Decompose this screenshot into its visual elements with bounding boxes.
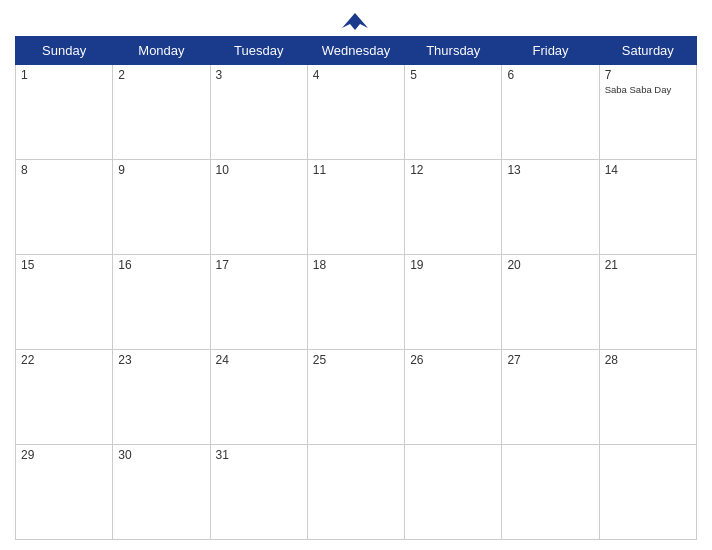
day-number: 11: [313, 163, 399, 177]
day-number: 24: [216, 353, 302, 367]
day-number: 25: [313, 353, 399, 367]
calendar-cell: 1: [16, 65, 113, 160]
calendar-cell: 29: [16, 445, 113, 540]
day-number: 26: [410, 353, 496, 367]
day-number: 19: [410, 258, 496, 272]
day-number: 21: [605, 258, 691, 272]
calendar-cell: 15: [16, 255, 113, 350]
calendar-cell: 22: [16, 350, 113, 445]
logo: [340, 10, 373, 32]
logo-bird-icon: [340, 10, 370, 32]
day-number: 4: [313, 68, 399, 82]
day-number: 18: [313, 258, 399, 272]
day-number: 20: [507, 258, 593, 272]
day-number: 12: [410, 163, 496, 177]
calendar-cell: 25: [307, 350, 404, 445]
day-number: 16: [118, 258, 204, 272]
calendar-cell: [307, 445, 404, 540]
days-header-row: SundayMondayTuesdayWednesdayThursdayFrid…: [16, 37, 697, 65]
calendar-cell: 30: [113, 445, 210, 540]
calendar-cell: [405, 445, 502, 540]
calendar-cell: 16: [113, 255, 210, 350]
day-number: 27: [507, 353, 593, 367]
holiday-label: Saba Saba Day: [605, 84, 691, 95]
day-number: 2: [118, 68, 204, 82]
week-row-1: 1234567Saba Saba Day: [16, 65, 697, 160]
calendar-cell: 12: [405, 160, 502, 255]
day-number: 5: [410, 68, 496, 82]
day-number: 22: [21, 353, 107, 367]
day-number: 15: [21, 258, 107, 272]
day-number: 29: [21, 448, 107, 462]
calendar-cell: [502, 445, 599, 540]
week-row-3: 15161718192021: [16, 255, 697, 350]
calendar-cell: 14: [599, 160, 696, 255]
calendar-cell: 7Saba Saba Day: [599, 65, 696, 160]
day-number: 17: [216, 258, 302, 272]
day-number: 28: [605, 353, 691, 367]
calendar-table: SundayMondayTuesdayWednesdayThursdayFrid…: [15, 36, 697, 540]
week-row-5: 293031: [16, 445, 697, 540]
day-number: 6: [507, 68, 593, 82]
calendar-cell: 27: [502, 350, 599, 445]
calendar-cell: 19: [405, 255, 502, 350]
day-number: 30: [118, 448, 204, 462]
calendar-cell: 6: [502, 65, 599, 160]
calendar-cell: 13: [502, 160, 599, 255]
week-row-2: 891011121314: [16, 160, 697, 255]
calendar-cell: 28: [599, 350, 696, 445]
day-number: 31: [216, 448, 302, 462]
day-header-tuesday: Tuesday: [210, 37, 307, 65]
day-number: 14: [605, 163, 691, 177]
calendar-cell: 11: [307, 160, 404, 255]
calendar-cell: 31: [210, 445, 307, 540]
calendar-cell: 21: [599, 255, 696, 350]
day-header-sunday: Sunday: [16, 37, 113, 65]
day-number: 1: [21, 68, 107, 82]
svg-marker-0: [342, 13, 368, 30]
calendar-cell: 5: [405, 65, 502, 160]
calendar-cell: 9: [113, 160, 210, 255]
day-number: 3: [216, 68, 302, 82]
calendar-cell: 20: [502, 255, 599, 350]
day-number: 8: [21, 163, 107, 177]
day-number: 10: [216, 163, 302, 177]
day-number: 13: [507, 163, 593, 177]
day-number: 9: [118, 163, 204, 177]
week-row-4: 22232425262728: [16, 350, 697, 445]
calendar-header: [15, 10, 697, 32]
day-header-monday: Monday: [113, 37, 210, 65]
calendar-cell: 4: [307, 65, 404, 160]
day-header-friday: Friday: [502, 37, 599, 65]
calendar-cell: 3: [210, 65, 307, 160]
day-header-thursday: Thursday: [405, 37, 502, 65]
calendar-cell: 2: [113, 65, 210, 160]
day-header-wednesday: Wednesday: [307, 37, 404, 65]
day-number: 23: [118, 353, 204, 367]
calendar-cell: 8: [16, 160, 113, 255]
day-number: 7: [605, 68, 691, 82]
calendar-cell: 18: [307, 255, 404, 350]
calendar-cell: 17: [210, 255, 307, 350]
calendar-cell: 24: [210, 350, 307, 445]
calendar-cell: [599, 445, 696, 540]
calendar-cell: 26: [405, 350, 502, 445]
calendar-cell: 23: [113, 350, 210, 445]
calendar-cell: 10: [210, 160, 307, 255]
day-header-saturday: Saturday: [599, 37, 696, 65]
